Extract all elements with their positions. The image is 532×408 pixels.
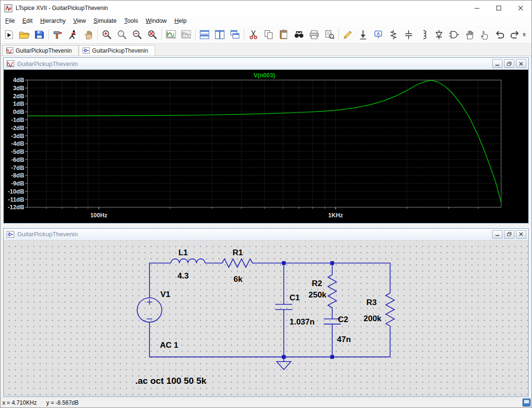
svg-text:-7dB: -7dB [11, 165, 24, 171]
label-R3-value[interactable]: 200k [364, 314, 382, 323]
copy-icon[interactable] [261, 28, 276, 42]
print-icon[interactable] [307, 28, 322, 42]
control-panel-icon[interactable] [50, 28, 65, 42]
diode-icon[interactable] [431, 28, 447, 42]
print-preview-icon[interactable] [322, 28, 337, 42]
wire[interactable] [252, 263, 390, 293]
redo-icon[interactable] [507, 28, 523, 42]
waveform-window-titlebar[interactable]: GuitarPickupThevenin [4, 58, 528, 70]
label-L1-value[interactable]: 4.3 [177, 271, 189, 280]
toolbar: A E [0, 26, 532, 44]
zoom-full-icon[interactable] [145, 28, 160, 42]
label-R2-value[interactable]: 250k [308, 290, 327, 299]
menu-tools[interactable]: Tools [121, 17, 142, 25]
tab-schematic[interactable]: GuitarPickupThevenin [79, 45, 155, 56]
waveform-minimize-button[interactable] [492, 59, 503, 68]
component-labels: L1 4.3 R1 6k V1 AC 1 C1 1.037n R2 250k C… [135, 248, 382, 385]
resistor-R1[interactable] [222, 259, 252, 267]
paste-icon[interactable] [276, 28, 291, 42]
waveform-plot[interactable]: 4dB3dB2dB1dB0dB-1dB-2dB-3dB-4dB-5dB-6dB-… [4, 70, 528, 223]
label-V1-value[interactable]: AC 1 [160, 340, 178, 349]
schematic-svg[interactable]: L1 4.3 R1 6k V1 AC 1 C1 1.037n R2 250k C… [4, 241, 528, 396]
schematic-close-button[interactable] [516, 230, 526, 239]
wire[interactable] [149, 322, 390, 357]
label-R3-name[interactable]: R3 [366, 297, 377, 306]
run-icon[interactable] [65, 28, 81, 42]
capacitor-icon[interactable] [401, 28, 416, 42]
tile-horizontal-icon[interactable] [197, 28, 212, 42]
svg-text:4dB: 4dB [13, 77, 24, 83]
label-C2-value[interactable]: 47n [337, 334, 351, 343]
menu-edit[interactable]: Edit [19, 17, 37, 25]
schematic-window-title: GuitarPickupThevenin [17, 231, 489, 238]
svg-text:-6dB: -6dB [11, 157, 24, 163]
cascade-icon[interactable] [227, 28, 243, 42]
capacitor-C1[interactable] [275, 263, 292, 357]
titlebar[interactable]: LTspice XVII - GuitarPickupThevenin [0, 0, 532, 16]
wire-pencil-icon[interactable] [340, 28, 355, 42]
cut-icon[interactable] [246, 28, 261, 42]
label-V1-name[interactable]: V1 [160, 289, 170, 298]
find-icon[interactable] [291, 28, 307, 42]
menu-simulate[interactable]: Simulate [90, 17, 121, 25]
waveform-close-button[interactable] [516, 59, 526, 68]
undo-icon[interactable] [492, 28, 507, 42]
plot-svg[interactable]: 4dB3dB2dB1dB0dB-1dB-2dB-3dB-4dB-5dB-6dB-… [4, 70, 528, 223]
menu-file[interactable]: File [1, 17, 19, 25]
open-folder-icon[interactable] [17, 28, 32, 42]
tile-vertical-icon[interactable] [212, 28, 227, 42]
label-R1-value[interactable]: 6k [233, 275, 243, 284]
cursor-x-readout: x = 4.710KHz [2, 399, 37, 406]
label-L1-name[interactable]: L1 [178, 248, 188, 257]
zoom-back-icon[interactable] [114, 28, 130, 42]
spice-directive[interactable]: .ac oct 100 50 5k [135, 375, 206, 385]
schematic-canvas[interactable]: L1 4.3 R1 6k V1 AC 1 C1 1.037n R2 250k C… [4, 241, 528, 396]
minimize-button[interactable] [466, 0, 488, 16]
halt-icon[interactable] [81, 28, 96, 42]
menu-view[interactable]: View [69, 17, 90, 25]
save-icon[interactable] [32, 28, 47, 42]
resistor-icon[interactable] [386, 28, 401, 42]
svg-text:A: A [377, 31, 380, 36]
inductor-L1[interactable] [171, 259, 205, 263]
ground-icon[interactable] [355, 28, 371, 42]
waveform-tab-icon [6, 47, 13, 54]
label-C1-value[interactable]: 1.037n [289, 317, 315, 326]
label-R2-name[interactable]: R2 [312, 279, 322, 288]
schematic-window-titlebar[interactable]: GuitarPickupThevenin [4, 229, 528, 241]
fft-icon[interactable] [178, 28, 194, 42]
svg-text:0dB: 0dB [13, 109, 24, 115]
schematic-restore-button[interactable] [504, 230, 514, 239]
zoom-in-icon[interactable] [99, 28, 114, 42]
close-button[interactable] [510, 0, 532, 16]
toolbar-separator [161, 29, 162, 40]
label-C1-name[interactable]: C1 [289, 293, 300, 302]
ltspice-logo-icon [4, 4, 12, 12]
menu-hierarchy[interactable]: Hierarchy [37, 17, 70, 25]
toolbar-separator [97, 29, 98, 40]
autorange-icon[interactable] [163, 28, 178, 42]
ground-symbol[interactable] [277, 357, 291, 370]
inductor-icon[interactable] [416, 28, 431, 42]
tab-waveform[interactable]: GuitarPickupThevenin [2, 45, 79, 56]
schematic-minimize-button[interactable] [492, 230, 503, 239]
menu-help[interactable]: Help [170, 17, 190, 25]
label-C2-name[interactable]: C2 [338, 315, 348, 324]
waveform-window-title: GuitarPickupThevenin [17, 60, 489, 67]
menu-window[interactable]: Window [142, 17, 170, 25]
resistor-R2[interactable] [328, 275, 336, 307]
maximize-button[interactable] [488, 0, 510, 16]
play-icon[interactable] [1, 28, 17, 42]
drag-icon[interactable] [477, 28, 492, 42]
resistor-R3[interactable] [386, 293, 394, 325]
schematic-window: GuitarPickupThevenin [3, 228, 529, 397]
move-icon[interactable] [462, 28, 477, 42]
component-icon[interactable] [447, 28, 462, 42]
label-R1-name[interactable]: R1 [233, 248, 243, 257]
zoom-out-icon[interactable] [130, 28, 145, 42]
toolbar-separator [195, 29, 196, 40]
label-net-icon[interactable]: A [371, 28, 386, 42]
svg-text:-2dB: -2dB [11, 125, 24, 131]
waveform-restore-button[interactable] [504, 59, 514, 68]
clipped-icon[interactable]: E [523, 28, 529, 42]
